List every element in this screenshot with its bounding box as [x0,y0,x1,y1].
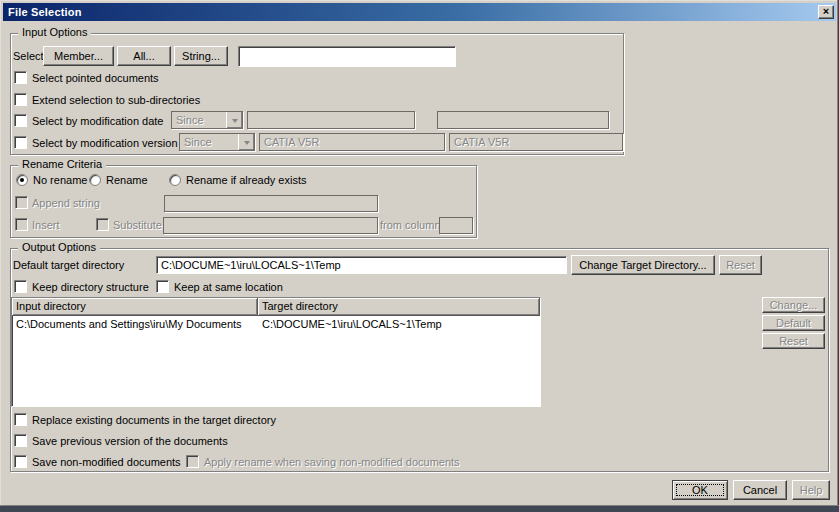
title-bar[interactable]: File Selection [3,3,836,21]
save-previous-checkbox[interactable] [14,434,27,447]
default-target-label: Default target directory [13,259,124,272]
help-button: Help [792,480,830,500]
member-button[interactable]: Member... [43,46,114,66]
mod-date-checkbox[interactable] [14,114,27,127]
save-nonmodified-checkbox[interactable] [14,455,27,468]
window-title: File Selection [8,6,82,18]
append-string-checkbox [15,196,28,209]
directory-table: Input directory Target directory C:\Docu… [11,297,541,407]
target-directory-cell: C:\DOCUME~1\iru\LOCALS~1\Temp [258,318,540,330]
substitute-label: Substitute [113,219,162,232]
chevron-down-icon [226,112,242,128]
input-options-legend: Input Options [18,26,91,38]
select-label: Select [13,50,44,63]
save-nonmodified-label: Save non-modified documents [32,456,181,469]
input-directory-cell: C:\Documents and Settings\iru\My Documen… [12,318,258,330]
keep-location-checkbox[interactable] [156,280,169,293]
no-rename-radio[interactable] [16,174,28,186]
mod-date-to-field [437,111,609,129]
insert-label: Insert [32,219,60,232]
select-pointed-checkbox[interactable] [14,71,27,84]
change-target-directory-button[interactable]: Change Target Directory... [571,255,715,275]
mod-version-to-field: CATIA V5R [449,133,623,151]
apply-rename-label: Apply rename when saving non-modified do… [204,456,460,469]
insert-string-field [163,217,378,234]
default-target-field[interactable]: C:\DOCUME~1\iru\LOCALS~1\Temp [156,256,567,274]
all-button[interactable]: All... [117,46,171,66]
rename-if-exists-radio[interactable] [169,174,181,186]
extend-selection-checkbox[interactable] [14,93,27,106]
window-bottom-edge [0,505,839,512]
ok-button[interactable]: OK [672,480,728,500]
append-string-label: Append string [32,197,100,210]
no-rename-label: No rename [33,174,87,187]
output-options-legend: Output Options [18,241,100,253]
mod-version-checkbox[interactable] [14,136,27,149]
mod-version-label: Select by modification version [32,137,178,150]
append-string-field [164,195,378,212]
keep-structure-checkbox[interactable] [14,280,27,293]
mod-date-label: Select by modification date [32,115,163,128]
rename-criteria-legend: Rename Criteria [18,158,106,170]
from-column-label: from column [380,219,441,232]
default-row-button: Default [762,315,825,331]
table-row[interactable]: C:\Documents and Settings\iru\My Documen… [12,316,540,332]
rename-label: Rename [106,174,148,187]
target-directory-header: Target directory [258,298,540,316]
cancel-button[interactable]: Cancel [733,480,787,500]
input-options-group: Input Options Select Member... All... St… [10,33,624,155]
rename-radio[interactable] [89,174,101,186]
input-directory-header: Input directory [12,298,258,316]
from-column-field [439,217,473,234]
directory-table-header: Input directory Target directory [12,298,540,316]
close-icon[interactable]: × [818,5,834,19]
extend-selection-label: Extend selection to sub-directories [32,94,200,107]
reset-row-button: Reset [762,333,825,349]
save-previous-label: Save previous version of the documents [32,435,228,448]
reset-target-button: Reset [719,255,762,275]
keep-structure-label: Keep directory structure [32,281,149,294]
replace-existing-checkbox[interactable] [14,413,27,426]
mod-date-from-field [247,111,415,129]
string-filter-input[interactable] [238,46,456,67]
select-pointed-label: Select pointed documents [32,72,159,85]
rename-if-exists-label: Rename if already exists [186,174,306,187]
mod-version-from-field: CATIA V5R [259,133,445,151]
chevron-down-icon [238,134,254,150]
substitute-checkbox [96,218,109,231]
insert-checkbox [15,218,28,231]
rename-criteria-group: Rename Criteria No rename Rename Rename … [10,165,477,238]
replace-existing-label: Replace existing documents in the target… [32,414,276,427]
mod-version-combo: Since [179,133,255,151]
keep-location-label: Keep at same location [174,281,283,294]
file-selection-dialog: File Selection × Input Options Select Me… [0,0,839,512]
apply-rename-checkbox [186,455,199,468]
change-row-button: Change... [762,297,825,313]
output-options-group: Output Options Default target directory … [10,248,829,472]
string-button[interactable]: String... [174,46,228,66]
mod-date-combo: Since [171,111,243,129]
